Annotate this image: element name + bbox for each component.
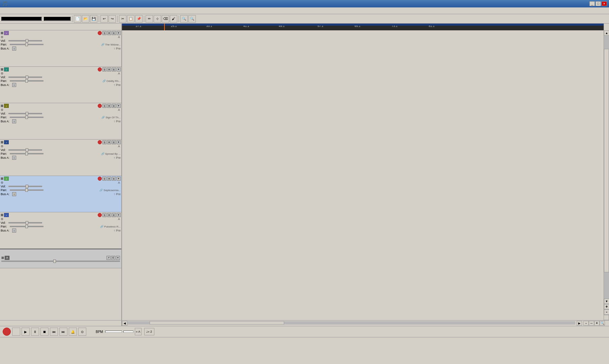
track4-mute[interactable] <box>98 140 102 144</box>
hscroll-track[interactable]: ◄ ► - ↔ + 🔍 <box>122 321 609 326</box>
track3-menu[interactable]: ▾ <box>117 104 121 108</box>
cut-button[interactable]: ✂ <box>119 15 126 23</box>
track3-vol-slider[interactable] <box>8 113 42 114</box>
track5-menu[interactable]: ▾ <box>117 177 121 181</box>
track5-mute[interactable] <box>98 177 102 181</box>
track5-collapse[interactable] <box>1 177 3 180</box>
master-send[interactable]: ↗ <box>106 256 111 260</box>
stop-button[interactable]: ⏹ <box>40 328 49 336</box>
track-canvas-area[interactable]: ▲ ▼ + - <box>122 30 609 320</box>
save-button[interactable]: 💾 <box>90 15 97 23</box>
track3-arm[interactable]: R <box>107 104 111 108</box>
track2-vol-slider[interactable] <box>8 77 42 78</box>
zoom-out-v-button[interactable]: - <box>604 309 609 315</box>
hscroll-left-arrow[interactable]: ◄ <box>122 321 127 326</box>
scroll-up-button[interactable]: ▲ <box>604 30 609 36</box>
track6-collapse[interactable] <box>1 214 3 216</box>
track3-fx[interactable]: E <box>112 104 116 108</box>
snap-btn[interactable]: ♩= 2 <box>144 328 154 335</box>
track6-solo[interactable]: S <box>102 213 106 217</box>
zoom-out-button[interactable]: 🔍 <box>188 15 196 23</box>
master-collapse[interactable] <box>1 256 4 259</box>
maximize-button[interactable]: □ <box>596 1 601 6</box>
track2-arm[interactable]: R <box>107 67 111 71</box>
hzoom-out-button[interactable]: - <box>583 321 589 326</box>
track2-mute[interactable] <box>98 67 102 71</box>
menu-edit[interactable] <box>7 10 12 11</box>
hzoom-zoom-button[interactable]: 🔍 <box>600 321 605 326</box>
menu-tools[interactable] <box>23 10 28 11</box>
draw-button[interactable]: ✏ <box>146 15 153 23</box>
record-button[interactable] <box>3 328 11 336</box>
master-menu[interactable]: ▾ <box>116 256 120 260</box>
metronome-button[interactable]: 🔔 <box>69 328 77 336</box>
play-button[interactable]: ▶ <box>22 328 30 336</box>
select-button[interactable]: ⊹ <box>154 15 161 23</box>
track5-bus-btn[interactable]: i <box>12 192 16 196</box>
track5-fx[interactable]: E <box>112 177 116 181</box>
main-track-canvas[interactable] <box>122 30 223 81</box>
loop-end-button[interactable]: ⊙ <box>78 328 86 336</box>
menu-insert[interactable] <box>18 10 23 11</box>
track2-fx[interactable]: E <box>112 67 116 71</box>
bpm-display[interactable] <box>105 331 122 333</box>
timeline-ruler[interactable]: 17.1 25.1 33.1 41.1 49.1 57.1 65.1 73.1 … <box>122 24 604 30</box>
pause-button[interactable]: ⏸ <box>31 328 39 336</box>
erase-button[interactable]: ⌫ <box>162 15 169 23</box>
track4-collapse[interactable] <box>1 141 3 144</box>
scroll-track[interactable] <box>604 36 609 299</box>
menu-help[interactable] <box>34 10 39 11</box>
key-signature[interactable]: = A <box>135 328 142 335</box>
track3-bus-btn[interactable]: i <box>12 119 16 123</box>
track2-collapse[interactable] <box>1 68 3 71</box>
track4-arm[interactable]: R <box>107 140 111 144</box>
time-sig-display[interactable] <box>123 331 133 333</box>
track6-menu[interactable]: ▾ <box>117 213 121 217</box>
menu-file[interactable] <box>1 10 7 11</box>
new-button[interactable]: 📄 <box>74 15 81 23</box>
track2-pan-slider[interactable] <box>10 80 43 82</box>
track5-solo[interactable]: S <box>102 177 106 181</box>
track3-solo[interactable]: S <box>102 104 106 108</box>
track6-arm[interactable]: R <box>107 213 111 217</box>
track4-pan-slider[interactable] <box>10 153 43 154</box>
track6-vol-slider[interactable] <box>8 222 42 223</box>
hscrollbar[interactable]: ◄ ► - ↔ + 🔍 <box>0 320 609 326</box>
fast-forward-button[interactable]: ⏭ <box>59 328 67 336</box>
zoom-in-v-button[interactable]: + <box>604 304 609 309</box>
track6-mute[interactable] <box>98 213 102 217</box>
track1-vol-slider[interactable] <box>8 40 42 41</box>
minimize-button[interactable]: _ <box>589 1 595 6</box>
redo-button[interactable]: ↪ <box>109 15 116 23</box>
paste-button[interactable]: 📌 <box>135 15 143 23</box>
track1-pan-slider[interactable] <box>10 44 43 45</box>
close-button[interactable]: ✕ <box>602 1 607 6</box>
track5-arm[interactable]: R <box>107 177 111 181</box>
menu-options[interactable] <box>28 10 34 11</box>
track1-solo[interactable]: S <box>102 31 106 35</box>
hzoom-fit-button[interactable]: ↔ <box>589 321 594 326</box>
hscroll-thumb[interactable] <box>150 321 284 325</box>
master-fx[interactable]: E <box>111 256 115 260</box>
track5-pan-slider[interactable] <box>10 189 43 191</box>
zoom-in-button[interactable]: 🔍 <box>180 15 188 23</box>
master-slider[interactable] <box>1 261 120 262</box>
track3-mute[interactable] <box>98 104 102 108</box>
track1-arm[interactable]: R <box>107 31 111 35</box>
track4-fx[interactable]: E <box>112 140 116 144</box>
hscroll-right-arrow[interactable]: ► <box>577 321 582 326</box>
track1-bus-btn[interactable]: i <box>12 47 16 51</box>
track3-collapse[interactable] <box>1 104 3 107</box>
menu-view[interactable] <box>12 10 18 11</box>
track6-bus-btn[interactable]: i <box>12 229 16 233</box>
copy-button[interactable]: 📋 <box>127 15 134 23</box>
undo-button[interactable]: ↩ <box>100 15 108 23</box>
scroll-thumb[interactable] <box>604 49 609 272</box>
track2-bus-btn[interactable]: i <box>12 83 16 87</box>
track2-menu[interactable]: ▾ <box>117 67 121 71</box>
vscrollbar[interactable]: ▲ ▼ + - <box>604 30 609 315</box>
loop-button[interactable] <box>12 328 20 336</box>
hzoom-in-button[interactable]: + <box>594 321 600 326</box>
track1-fx[interactable]: E <box>112 31 116 35</box>
track1-collapse[interactable] <box>1 32 3 34</box>
